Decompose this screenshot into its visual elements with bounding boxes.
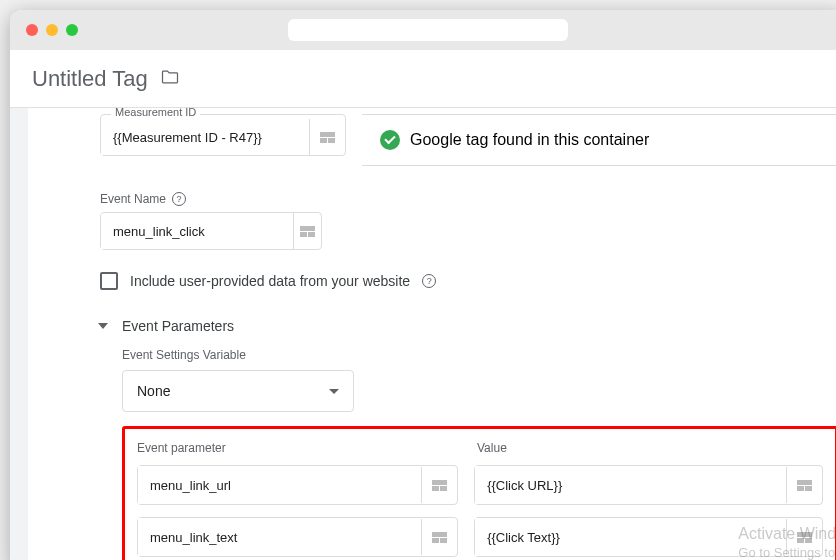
measurement-row: Measurement ID Google tag found in this … — [100, 114, 836, 166]
event-parameters-body: Event Settings Variable None Event param… — [122, 348, 836, 560]
variable-picker-button[interactable] — [421, 519, 457, 555]
settings-variable-select[interactable]: None — [122, 370, 354, 412]
app-window: Untitled Tag Measurement ID — [10, 10, 836, 560]
param-name-input[interactable] — [138, 518, 421, 556]
folder-icon[interactable] — [160, 67, 180, 91]
parameter-table-highlight: Event parameter Value — [122, 426, 836, 560]
variable-icon — [300, 226, 315, 237]
event-parameters-title: Event Parameters — [122, 318, 234, 334]
param-value-field — [474, 465, 823, 505]
measurement-id-field: Measurement ID — [100, 114, 346, 156]
tag-status-message: Google tag found in this container — [362, 114, 836, 166]
page-title: Untitled Tag — [32, 66, 148, 92]
variable-picker-button[interactable] — [421, 467, 457, 503]
event-name-input[interactable] — [101, 214, 293, 249]
parameter-headers: Event parameter Value — [137, 441, 823, 455]
variable-picker-button[interactable] — [309, 119, 345, 155]
measurement-id-label: Measurement ID — [111, 108, 200, 118]
window-titlebar — [10, 10, 836, 50]
chevron-down-icon — [98, 323, 108, 329]
param-value-field — [474, 517, 823, 557]
close-window-button[interactable] — [26, 24, 38, 36]
form-area: Measurement ID Google tag found in this … — [28, 108, 836, 560]
variable-picker-button[interactable] — [786, 467, 822, 503]
status-text: Google tag found in this container — [410, 131, 649, 149]
include-user-data-row: Include user-provided data from your web… — [100, 272, 836, 290]
param-name-field — [137, 517, 458, 557]
variable-icon — [797, 480, 812, 491]
event-name-field — [100, 212, 322, 250]
variable-picker-button[interactable] — [786, 519, 822, 555]
param-header-value: Value — [477, 441, 823, 455]
help-icon[interactable]: ? — [172, 192, 186, 206]
parameter-row — [137, 465, 823, 505]
left-rail — [10, 108, 28, 560]
variable-icon — [432, 532, 447, 543]
variable-icon — [320, 132, 335, 143]
include-user-data-checkbox[interactable] — [100, 272, 118, 290]
param-value-input[interactable] — [475, 466, 786, 504]
param-value-input[interactable] — [475, 518, 786, 556]
dropdown-arrow-icon — [329, 389, 339, 394]
param-name-input[interactable] — [138, 466, 421, 504]
address-bar[interactable] — [288, 19, 568, 41]
check-circle-icon — [380, 130, 400, 150]
settings-variable-label: Event Settings Variable — [122, 348, 836, 362]
event-name-label: Event Name ? — [100, 192, 836, 206]
minimize-window-button[interactable] — [46, 24, 58, 36]
variable-picker-button[interactable] — [293, 213, 321, 249]
checkbox-label: Include user-provided data from your web… — [130, 273, 410, 289]
variable-icon — [797, 532, 812, 543]
content-area: Measurement ID Google tag found in this … — [10, 108, 836, 560]
maximize-window-button[interactable] — [66, 24, 78, 36]
settings-variable-value: None — [137, 383, 170, 399]
parameter-row — [137, 517, 823, 557]
event-parameters-header[interactable]: Event Parameters — [98, 318, 836, 334]
help-icon[interactable]: ? — [422, 274, 436, 288]
measurement-id-input[interactable] — [101, 120, 309, 155]
traffic-lights — [26, 24, 78, 36]
param-name-field — [137, 465, 458, 505]
page-header: Untitled Tag — [10, 50, 836, 108]
param-header-name: Event parameter — [137, 441, 461, 455]
variable-icon — [432, 480, 447, 491]
